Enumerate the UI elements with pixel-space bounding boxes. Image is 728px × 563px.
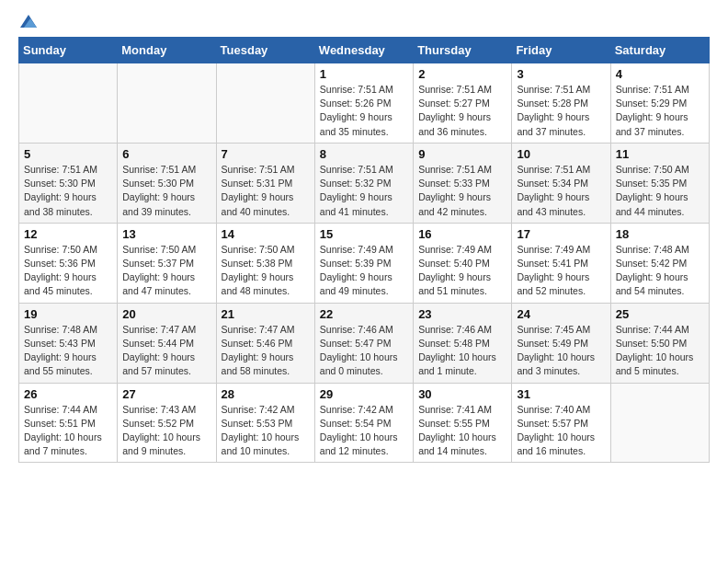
calendar-cell: 24Sunrise: 7:45 AM Sunset: 5:49 PM Dayli…: [512, 303, 610, 383]
logo-icon: [20, 15, 37, 28]
calendar-cell: [118, 63, 216, 144]
weekday-header-row: SundayMondayTuesdayWednesdayThursdayFrid…: [19, 38, 710, 63]
calendar-cell: [19, 63, 118, 144]
calendar-cell: 10Sunrise: 7:51 AM Sunset: 5:34 PM Dayli…: [512, 143, 610, 223]
day-info: Sunrise: 7:51 AM Sunset: 5:31 PM Dayligh…: [222, 163, 310, 219]
day-number: 3: [517, 67, 605, 81]
day-info: Sunrise: 7:50 AM Sunset: 5:35 PM Dayligh…: [616, 163, 704, 219]
day-number: 1: [320, 67, 408, 81]
day-info: Sunrise: 7:51 AM Sunset: 5:32 PM Dayligh…: [320, 163, 408, 219]
calendar-cell: 5Sunrise: 7:51 AM Sunset: 5:30 PM Daylig…: [19, 143, 118, 223]
day-number: 21: [222, 307, 310, 321]
weekday-saturday: Saturday: [610, 38, 709, 63]
calendar-cell: 21Sunrise: 7:47 AM Sunset: 5:46 PM Dayli…: [216, 303, 314, 383]
day-info: Sunrise: 7:45 AM Sunset: 5:49 PM Dayligh…: [517, 323, 605, 379]
day-number: 14: [222, 227, 310, 241]
calendar-week-5: 26Sunrise: 7:44 AM Sunset: 5:51 PM Dayli…: [19, 383, 710, 463]
day-number: 23: [418, 307, 506, 321]
calendar-cell: 8Sunrise: 7:51 AM Sunset: 5:32 PM Daylig…: [314, 143, 413, 223]
calendar-cell: 11Sunrise: 7:50 AM Sunset: 5:35 PM Dayli…: [610, 143, 709, 223]
calendar-week-3: 12Sunrise: 7:50 AM Sunset: 5:36 PM Dayli…: [19, 223, 710, 303]
day-info: Sunrise: 7:51 AM Sunset: 5:28 PM Dayligh…: [517, 83, 605, 139]
calendar-cell: 29Sunrise: 7:42 AM Sunset: 5:54 PM Dayli…: [314, 383, 413, 463]
day-number: 10: [517, 147, 605, 161]
calendar-cell: 28Sunrise: 7:42 AM Sunset: 5:53 PM Dayli…: [216, 383, 314, 463]
day-number: 5: [24, 147, 112, 161]
calendar-cell: 12Sunrise: 7:50 AM Sunset: 5:36 PM Dayli…: [19, 223, 118, 303]
calendar-cell: 23Sunrise: 7:46 AM Sunset: 5:48 PM Dayli…: [414, 303, 512, 383]
day-number: 11: [616, 147, 704, 161]
day-info: Sunrise: 7:47 AM Sunset: 5:46 PM Dayligh…: [222, 323, 310, 379]
day-info: Sunrise: 7:46 AM Sunset: 5:48 PM Dayligh…: [418, 323, 506, 379]
calendar-cell: 6Sunrise: 7:51 AM Sunset: 5:30 PM Daylig…: [118, 143, 216, 223]
day-number: 16: [418, 227, 506, 241]
weekday-sunday: Sunday: [19, 38, 118, 63]
day-info: Sunrise: 7:51 AM Sunset: 5:29 PM Dayligh…: [616, 83, 704, 139]
calendar-cell: 14Sunrise: 7:50 AM Sunset: 5:38 PM Dayli…: [216, 223, 314, 303]
day-number: 26: [24, 387, 112, 401]
calendar-cell: 2Sunrise: 7:51 AM Sunset: 5:27 PM Daylig…: [414, 63, 512, 144]
day-info: Sunrise: 7:50 AM Sunset: 5:36 PM Dayligh…: [24, 243, 112, 299]
calendar-week-4: 19Sunrise: 7:48 AM Sunset: 5:43 PM Dayli…: [19, 303, 710, 383]
day-number: 30: [418, 387, 506, 401]
calendar-cell: 13Sunrise: 7:50 AM Sunset: 5:37 PM Dayli…: [118, 223, 216, 303]
day-info: Sunrise: 7:41 AM Sunset: 5:55 PM Dayligh…: [418, 403, 506, 459]
day-info: Sunrise: 7:40 AM Sunset: 5:57 PM Dayligh…: [517, 403, 605, 459]
day-info: Sunrise: 7:51 AM Sunset: 5:27 PM Dayligh…: [418, 83, 506, 139]
day-info: Sunrise: 7:51 AM Sunset: 5:33 PM Dayligh…: [418, 163, 506, 219]
day-info: Sunrise: 7:48 AM Sunset: 5:42 PM Dayligh…: [616, 243, 704, 299]
calendar-cell: 16Sunrise: 7:49 AM Sunset: 5:40 PM Dayli…: [414, 223, 512, 303]
day-number: 27: [122, 387, 210, 401]
calendar-cell: 4Sunrise: 7:51 AM Sunset: 5:29 PM Daylig…: [610, 63, 709, 144]
day-number: 13: [122, 227, 210, 241]
day-number: 18: [616, 227, 704, 241]
calendar-week-2: 5Sunrise: 7:51 AM Sunset: 5:30 PM Daylig…: [19, 143, 710, 223]
day-number: 8: [320, 147, 408, 161]
day-number: 31: [517, 387, 605, 401]
day-info: Sunrise: 7:51 AM Sunset: 5:34 PM Dayligh…: [517, 163, 605, 219]
calendar-cell: 15Sunrise: 7:49 AM Sunset: 5:39 PM Dayli…: [314, 223, 413, 303]
calendar-cell: 1Sunrise: 7:51 AM Sunset: 5:26 PM Daylig…: [314, 63, 413, 144]
header: [18, 15, 710, 28]
day-number: 9: [418, 147, 506, 161]
calendar-cell: 31Sunrise: 7:40 AM Sunset: 5:57 PM Dayli…: [512, 383, 610, 463]
day-number: 28: [222, 387, 310, 401]
weekday-wednesday: Wednesday: [314, 38, 413, 63]
day-info: Sunrise: 7:43 AM Sunset: 5:52 PM Dayligh…: [122, 403, 210, 459]
day-info: Sunrise: 7:51 AM Sunset: 5:30 PM Dayligh…: [24, 163, 112, 219]
calendar-cell: 26Sunrise: 7:44 AM Sunset: 5:51 PM Dayli…: [19, 383, 118, 463]
calendar-cell: 27Sunrise: 7:43 AM Sunset: 5:52 PM Dayli…: [118, 383, 216, 463]
day-number: 17: [517, 227, 605, 241]
logo: [18, 15, 37, 28]
day-info: Sunrise: 7:49 AM Sunset: 5:41 PM Dayligh…: [517, 243, 605, 299]
day-info: Sunrise: 7:44 AM Sunset: 5:51 PM Dayligh…: [24, 403, 112, 459]
calendar-cell: 22Sunrise: 7:46 AM Sunset: 5:47 PM Dayli…: [314, 303, 413, 383]
weekday-tuesday: Tuesday: [216, 38, 314, 63]
calendar-week-1: 1Sunrise: 7:51 AM Sunset: 5:26 PM Daylig…: [19, 63, 710, 144]
day-number: 7: [222, 147, 310, 161]
day-info: Sunrise: 7:51 AM Sunset: 5:30 PM Dayligh…: [122, 163, 210, 219]
day-number: 12: [24, 227, 112, 241]
calendar-cell: 19Sunrise: 7:48 AM Sunset: 5:43 PM Dayli…: [19, 303, 118, 383]
day-info: Sunrise: 7:42 AM Sunset: 5:53 PM Dayligh…: [222, 403, 310, 459]
calendar-cell: 18Sunrise: 7:48 AM Sunset: 5:42 PM Dayli…: [610, 223, 709, 303]
day-info: Sunrise: 7:48 AM Sunset: 5:43 PM Dayligh…: [24, 323, 112, 379]
day-number: 19: [24, 307, 112, 321]
day-info: Sunrise: 7:42 AM Sunset: 5:54 PM Dayligh…: [320, 403, 408, 459]
weekday-monday: Monday: [118, 38, 216, 63]
weekday-friday: Friday: [512, 38, 610, 63]
calendar-cell: 7Sunrise: 7:51 AM Sunset: 5:31 PM Daylig…: [216, 143, 314, 223]
day-info: Sunrise: 7:51 AM Sunset: 5:26 PM Dayligh…: [320, 83, 408, 139]
calendar-cell: 30Sunrise: 7:41 AM Sunset: 5:55 PM Dayli…: [414, 383, 512, 463]
day-number: 4: [616, 67, 704, 81]
day-info: Sunrise: 7:50 AM Sunset: 5:38 PM Dayligh…: [222, 243, 310, 299]
calendar-cell: 9Sunrise: 7:51 AM Sunset: 5:33 PM Daylig…: [414, 143, 512, 223]
day-number: 22: [320, 307, 408, 321]
calendar-table: SundayMondayTuesdayWednesdayThursdayFrid…: [18, 37, 710, 463]
weekday-thursday: Thursday: [414, 38, 512, 63]
day-info: Sunrise: 7:50 AM Sunset: 5:37 PM Dayligh…: [122, 243, 210, 299]
calendar-cell: 25Sunrise: 7:44 AM Sunset: 5:50 PM Dayli…: [610, 303, 709, 383]
day-info: Sunrise: 7:44 AM Sunset: 5:50 PM Dayligh…: [616, 323, 704, 379]
day-info: Sunrise: 7:49 AM Sunset: 5:40 PM Dayligh…: [418, 243, 506, 299]
calendar-cell: [216, 63, 314, 144]
